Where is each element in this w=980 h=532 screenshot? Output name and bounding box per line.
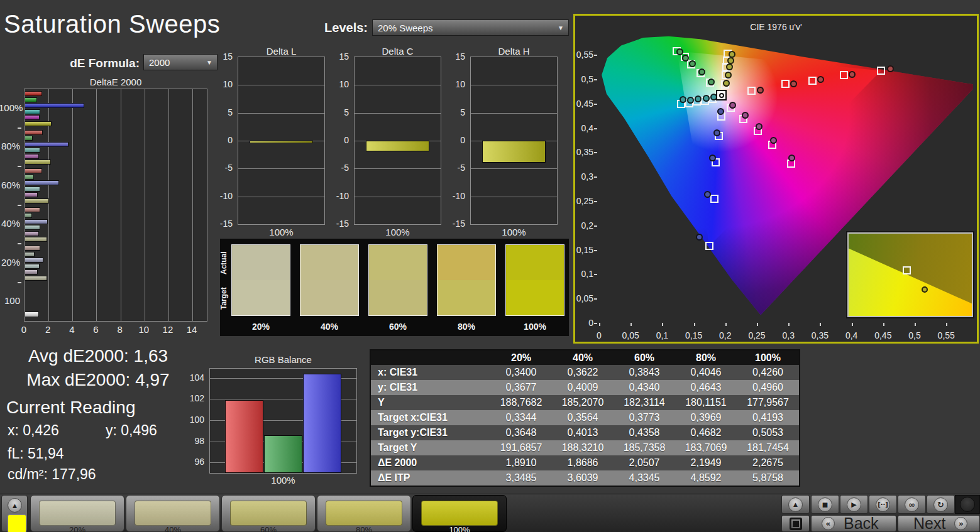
y-tick [594,250,597,251]
x-tick [915,323,916,326]
stop-button[interactable]: ■ [811,495,839,514]
deltae-bar-green [25,136,33,141]
refresh-button[interactable]: ↻ [927,495,955,514]
value-cell: 0,3648 [490,425,552,440]
value-cell: 0,3969 [675,410,737,425]
measured-dot-green [689,60,696,67]
measured-dot-yellow [725,72,732,79]
measured-dot-cyan [703,95,710,102]
group-label: 40% [0,218,20,229]
back-button-label: Back [844,514,879,532]
group-label: 100% [0,102,20,113]
deltaL-bar [250,141,313,143]
table-row: Y188,7682185,2070182,3114180,1151177,956… [371,395,799,410]
patch-card-80%[interactable]: 80% [317,495,411,532]
gridline [471,197,557,197]
y-tick-label: 0,4 [572,123,593,133]
x-tick-label: 0,5 [902,330,927,340]
y-tick-label: 104 [187,372,204,383]
y-tick-label: 0 [331,135,349,145]
value-cell: 0,3677 [490,380,552,395]
rgb-bar-blue [303,374,341,473]
play-button[interactable]: ▶ [840,495,868,514]
deltae-bar-green [25,97,37,102]
measured-dot-blue [709,155,716,161]
levels-label: Levels: [277,21,368,35]
x-tick-label: 0,05 [618,330,643,340]
compare-swatch-label: 80% [437,322,496,332]
gridline [238,168,324,169]
row-label: x: CIE31 [371,365,490,380]
panel-up-button[interactable]: ▲ [781,495,810,514]
de-formula-value: 2000 [149,57,170,68]
table-row: Target y:CIE310,36480,40130,43580,46820,… [371,425,799,440]
y-tick [594,274,597,275]
cie-plot [599,35,973,323]
stop-icon: ■ [822,501,828,508]
de-formula-dropdown[interactable]: 2000 ▼ [143,54,217,70]
compare-swatch-label: 60% [368,322,427,332]
deltae-bar-yellow [25,121,52,126]
levels-dropdown[interactable]: 20% Sweeps ▼ [372,19,569,36]
value-cell: 0,3344 [490,410,552,425]
gridline [355,85,441,85]
delta-c-x-label: 100% [354,227,441,237]
measured-dot-yellow [726,63,733,70]
value-cell: 0,4643 [675,380,737,395]
delta-c-y-axis: 151050-5-10-15 [331,57,351,225]
next-button[interactable]: Next » [898,515,980,532]
y-tick-label: 0,15 [572,245,593,255]
current-reading-heading: Current Reading [6,398,135,418]
table-header-cell: 40% [552,350,614,365]
patch-card-20%[interactable]: 20% [30,495,124,532]
measured-dot-green [708,79,715,85]
deltae-bar-magenta [25,115,40,120]
cie-chart-title: CIE 1976 u'v' [575,22,977,32]
deltae-bar-cyan [25,225,40,230]
measured-dot-magenta [788,155,795,161]
value-cell: 0,3843 [614,365,675,380]
measured-dot-red [849,71,856,78]
patch-card-40%[interactable]: 40% [126,495,220,532]
x-tick [725,323,727,326]
deltae-bar-cyan [25,264,40,269]
current-patch-swatch[interactable] [8,514,26,532]
back-button[interactable]: « Back [811,515,896,532]
patch-swatch [135,501,211,526]
patch-card-100%[interactable]: 100% [412,495,507,532]
deltae-bar-red [25,207,40,212]
table-header-cell: 100% [737,350,799,365]
value-cell: 3,6039 [552,470,614,486]
patch-up-button[interactable]: ▲ [8,498,22,513]
patch-swatch [39,501,116,526]
x-tick [946,323,947,326]
row-label: ΔE ITP [371,470,490,486]
target-square-blue [705,242,713,250]
value-cell: 0,4682 [675,425,737,440]
y-tick [18,128,21,129]
up-arrow-icon: ▲ [793,501,798,508]
gridline [355,197,441,197]
max-de-text: Max dE2000: 4,97 [0,370,196,390]
group-label: 20% [0,257,20,268]
deltae-bar-cyan [25,109,40,114]
patch-card-60%[interactable]: 60% [221,495,316,532]
measured-dot-red [817,76,824,83]
gridline [72,89,73,321]
deltae-bar-blue [25,180,59,185]
patch-swatch [230,501,307,526]
value-cell: 177,9567 [737,395,799,410]
value-cell: 181,7454 [737,440,799,455]
rgb-balance-title: RGB Balance [209,354,357,365]
table-header-row: 20%40%60%80%100% [371,350,799,365]
x-tick [599,323,600,326]
rgb-balance-plot [209,368,357,474]
marker-button[interactable]: [··] [869,495,897,514]
patch-swatch [421,501,498,526]
y-tick-label: 5 [331,107,349,117]
swatch-compare-panel: Actual Target 20%40%60%80%100% [220,239,569,336]
compare-swatch-100% [505,244,564,316]
window-button[interactable] [781,515,810,532]
x-tick [883,323,884,326]
continuous-button[interactable]: ∞ [898,495,926,514]
